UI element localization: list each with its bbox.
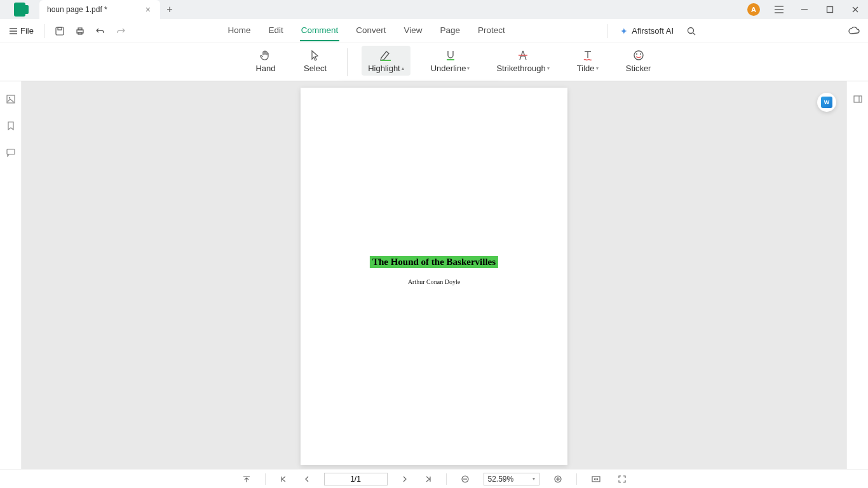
minimize-button[interactable]: [792, 0, 817, 19]
divider: [44, 24, 44, 38]
select-tool[interactable]: Select: [297, 46, 333, 76]
word-icon: W: [821, 97, 832, 108]
divider: [576, 473, 577, 485]
comments-button[interactable]: [4, 146, 18, 159]
main-menu: Home Edit Comment Convert View Page Prot…: [132, 20, 600, 41]
fit-width-button[interactable]: [588, 474, 604, 484]
hand-tool[interactable]: Hand: [248, 46, 283, 76]
undo-button[interactable]: [92, 22, 109, 40]
menu-item-comment[interactable]: Comment: [300, 20, 340, 41]
underline-label: Underline: [431, 64, 466, 73]
tab-active[interactable]: houn page 1.pdf * ×: [39, 0, 160, 19]
hand-label: Hand: [255, 64, 275, 73]
next-page-button[interactable]: [399, 474, 410, 484]
page-number-input[interactable]: [324, 473, 388, 485]
app-logo: [0, 0, 39, 19]
file-menu-button[interactable]: File: [5, 24, 37, 38]
hand-icon: [259, 48, 273, 62]
statusbar: 52.59% ▾: [0, 469, 868, 488]
print-button[interactable]: [71, 22, 89, 40]
fit-page-button[interactable]: [615, 473, 629, 485]
comment-toolbar: Hand Select Highlight▴ Underline▾ Strike…: [0, 43, 868, 81]
convert-word-button[interactable]: W: [817, 93, 836, 112]
strikethrough-icon: [516, 48, 530, 62]
save-button[interactable]: [51, 22, 69, 40]
highlight-icon: [379, 48, 393, 62]
menu-item-convert[interactable]: Convert: [355, 20, 387, 41]
select-label: Select: [304, 64, 327, 73]
cloud-icon: [848, 26, 860, 36]
sticker-label: Sticker: [626, 64, 651, 73]
underline-icon: [444, 48, 458, 62]
sparkle-icon: ✦: [620, 26, 628, 36]
close-icon: [851, 6, 859, 13]
document-viewport[interactable]: The Hound of the Baskervilles Arthur Con…: [22, 81, 846, 469]
svg-rect-13: [854, 96, 862, 102]
right-sidebar: [846, 81, 868, 469]
chevron-down-icon: ▾: [596, 65, 599, 71]
zoom-value: 52.59%: [488, 475, 514, 484]
main-area: The Hound of the Baskervilles Arthur Con…: [0, 81, 868, 469]
document-title[interactable]: The Hound of the Baskervilles: [370, 256, 498, 268]
prev-page-button[interactable]: [301, 474, 313, 484]
tilde-label: Tilde: [577, 64, 595, 73]
pdf-page: The Hound of the Baskervilles Arthur Con…: [301, 88, 567, 465]
divider: [265, 473, 266, 485]
svg-point-11: [8, 97, 10, 98]
chevron-up-icon: ▴: [402, 65, 404, 71]
highlight-label: Highlight: [368, 64, 400, 73]
maximize-button[interactable]: [817, 0, 843, 19]
menu-item-home[interactable]: Home: [226, 20, 252, 41]
close-icon[interactable]: ×: [146, 4, 151, 15]
last-page-button[interactable]: [422, 474, 435, 484]
svg-rect-2: [58, 27, 62, 30]
search-button[interactable]: [682, 22, 700, 40]
sticker-icon: [632, 48, 646, 62]
menu-item-view[interactable]: View: [402, 20, 423, 41]
sticker-tool[interactable]: Sticker: [620, 46, 658, 76]
hamburger-menu-button[interactable]: [766, 0, 792, 19]
underline-tool[interactable]: Underline▾: [424, 46, 477, 76]
menubar: File Home Edit Comment Convert View Page…: [0, 19, 868, 43]
svg-rect-0: [827, 7, 833, 13]
titlebar: houn page 1.pdf * × + A: [0, 0, 868, 19]
minimize-icon: [800, 5, 809, 14]
svg-point-9: [640, 53, 641, 55]
menu-item-edit[interactable]: Edit: [267, 20, 284, 41]
tilde-icon: [581, 48, 595, 62]
avatar[interactable]: A: [747, 3, 760, 16]
divider: [446, 473, 447, 485]
svg-point-8: [636, 53, 637, 55]
menu-item-page[interactable]: Page: [439, 20, 462, 41]
svg-rect-12: [7, 149, 15, 154]
scroll-top-button[interactable]: [240, 473, 254, 485]
menu-item-protect[interactable]: Protect: [477, 20, 506, 41]
zoom-level-select[interactable]: 52.59% ▾: [484, 473, 539, 485]
maximize-icon: [826, 6, 834, 13]
chevron-down-icon: ▾: [532, 476, 535, 482]
cloud-button[interactable]: [845, 22, 863, 40]
right-panel-button[interactable]: [851, 93, 865, 105]
close-window-button[interactable]: [843, 0, 868, 19]
svg-point-7: [634, 51, 643, 60]
ai-button[interactable]: ✦ Afirstsoft AI: [620, 26, 674, 36]
tab-title: houn page 1.pdf *: [47, 5, 107, 14]
strikethrough-label: Strikethrough: [496, 64, 545, 73]
strikethrough-tool[interactable]: Strikethrough▾: [490, 46, 555, 76]
tilde-tool[interactable]: Tilde▾: [570, 46, 606, 76]
new-tab-button[interactable]: +: [160, 0, 179, 19]
divider: [347, 48, 348, 76]
zoom-in-button[interactable]: [551, 473, 565, 485]
bookmarks-button[interactable]: [4, 119, 18, 132]
left-sidebar: [0, 81, 22, 469]
document-author[interactable]: Arthur Conan Doyle: [408, 278, 460, 285]
chevron-down-icon: ▾: [547, 65, 550, 71]
redo-button[interactable]: [112, 22, 130, 40]
highlight-tool[interactable]: Highlight▴: [362, 46, 410, 76]
thumbnails-button[interactable]: [4, 93, 18, 105]
svg-rect-1: [56, 27, 64, 35]
first-page-button[interactable]: [277, 474, 290, 484]
save-icon: [55, 26, 65, 36]
chevron-down-icon: ▾: [467, 65, 470, 71]
zoom-out-button[interactable]: [458, 473, 472, 485]
